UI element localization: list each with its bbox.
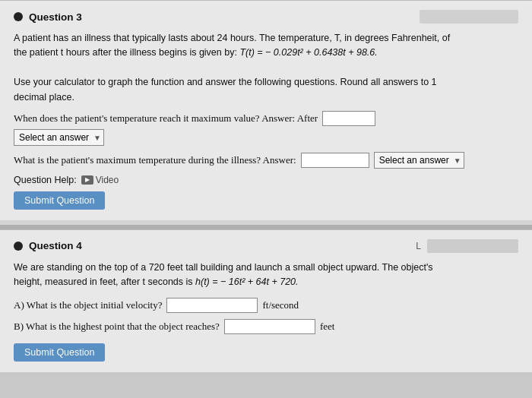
q3-video-button[interactable]: ▶ Video: [81, 175, 119, 185]
q3-sub1-select[interactable]: Select an answer: [14, 129, 104, 146]
question3-dot: [14, 12, 23, 21]
q4-header-left: Question 4: [14, 240, 82, 251]
q4-subb-label: B) What is the highest point that the ob…: [14, 321, 220, 333]
q3-sub2-select[interactable]: Select an answer: [374, 152, 464, 169]
q3-answer2-input[interactable]: [301, 153, 369, 168]
q4-subb: B) What is the highest point that the ob…: [14, 319, 518, 334]
q3-body3: Use your calculator to graph the functio…: [14, 75, 518, 105]
q3-sub1-select-block: Select an answer ▼: [14, 129, 518, 146]
q4-body1: We are standing on the top of a 720 feet…: [14, 261, 518, 290]
question4-title: Question 4: [29, 240, 82, 251]
q3-sub1: When does the patient's temperature reac…: [14, 111, 518, 146]
q4-l-label: L: [416, 241, 421, 251]
q4-subb-unit: feet: [320, 321, 334, 333]
question3-body: A patient has an illness that typically …: [14, 31, 518, 105]
question4-dot: [14, 242, 23, 251]
question3-title: Question 3: [29, 11, 82, 23]
q4-subb-row: B) What is the highest point that the ob…: [14, 319, 518, 334]
q3-sub2: What is the patient's maximum temperatur…: [14, 152, 518, 169]
video-icon: ▶: [81, 175, 93, 185]
q3-sub2-row: What is the patient's maximum temperatur…: [14, 152, 518, 169]
q3-sub1-label: When does the patient's temperature reac…: [14, 112, 318, 125]
q3-sub1-select-wrapper[interactable]: Select an answer ▼: [14, 129, 104, 146]
q3-sub1-row: When does the patient's temperature reac…: [14, 111, 518, 126]
q3-body1: A patient has an illness that typically …: [14, 31, 518, 61]
question4-body: We are standing on the top of a 720 feet…: [14, 261, 518, 290]
question3-help: Question Help: ▶ Video: [14, 175, 518, 185]
q4-answera-input[interactable]: [166, 298, 258, 313]
q3-sub2-select-wrapper[interactable]: Select an answer ▼: [374, 152, 464, 169]
q4-submit-button[interactable]: Submit Question: [14, 343, 105, 362]
page-container: Question 3 A patient has an illness that…: [0, 0, 532, 372]
q4-suba-label: A) What is the object initial velocity?: [14, 299, 162, 311]
q3-sub2-label: What is the patient's maximum temperatur…: [14, 154, 296, 166]
q3-help-label: Question Help:: [14, 175, 77, 185]
q4-suba-unit: ft/second: [262, 299, 299, 311]
q3-answer1-input[interactable]: [322, 111, 375, 126]
q3-submit-button[interactable]: Submit Question: [14, 191, 105, 210]
q4-suba-row: A) What is the object initial velocity? …: [14, 298, 518, 313]
question4-blurred-top: [427, 239, 518, 253]
question3-block: Question 3 A patient has an illness that…: [0, 0, 532, 220]
question3-header: Question 3: [14, 10, 518, 24]
q4-header-right: L: [416, 239, 518, 253]
q3-video-label: Video: [96, 175, 119, 185]
q4-suba: A) What is the object initial velocity? …: [14, 298, 518, 313]
question3-blurred-top: [420, 10, 518, 24]
question4-block: Question 4 L We are standing on the top …: [0, 229, 532, 372]
q4-answerb-input[interactable]: [224, 319, 315, 334]
question4-header: Question 4 L: [14, 239, 518, 253]
